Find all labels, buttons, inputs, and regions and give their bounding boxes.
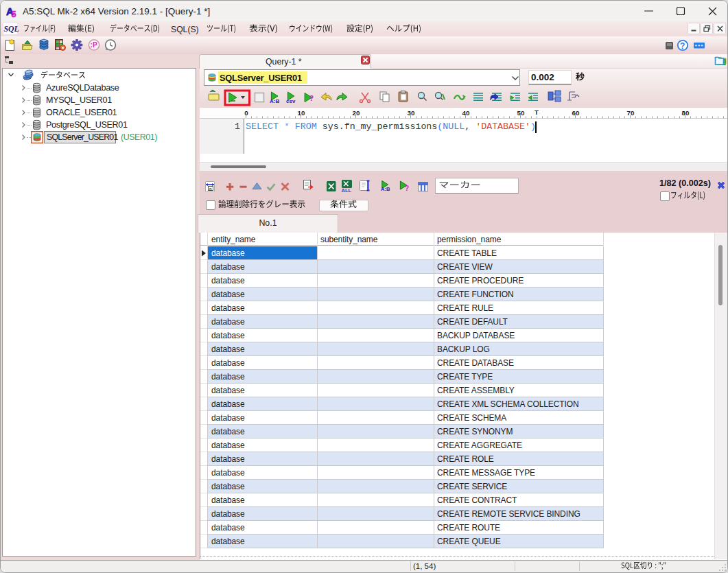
- svg-text:SQL: SQL: [4, 24, 19, 34]
- svg-text:?: ?: [680, 41, 685, 51]
- svg-text:5: 5: [12, 10, 16, 19]
- svg-text::P: :P: [91, 41, 97, 49]
